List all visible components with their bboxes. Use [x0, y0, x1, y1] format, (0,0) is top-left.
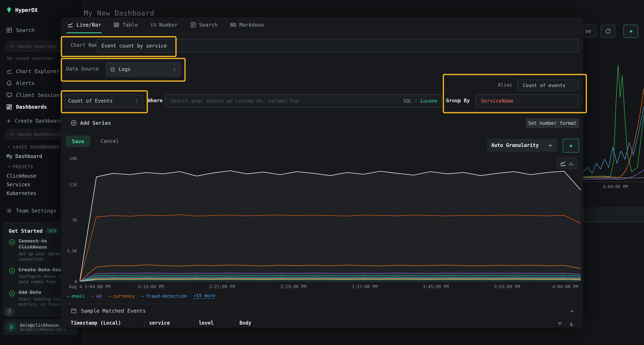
- alias-label: Alias: [498, 82, 512, 88]
- aggregation-value: Count of Events: [68, 98, 131, 104]
- magnifier-icon: [10, 132, 14, 137]
- sidebar-item-label: Chart Explorer: [16, 68, 60, 74]
- legend-item[interactable]: —currency: [108, 293, 135, 299]
- legend-item[interactable]: —email: [66, 293, 85, 299]
- check-circle-icon: [8, 239, 15, 245]
- save-button[interactable]: Save: [66, 135, 90, 147]
- save-dashboard-label-fragment: ve: [585, 28, 591, 34]
- line-chart-toggle-icon[interactable]: [560, 160, 566, 167]
- line-chart: [80, 158, 581, 282]
- tab-number[interactable]: 123 Number: [149, 17, 178, 33]
- background-time-label: 4:04:00 PM: [603, 184, 628, 189]
- sidebar-item-services[interactable]: Services: [6, 182, 30, 188]
- column-header-service[interactable]: service: [149, 320, 190, 326]
- no-saved-searches-text: No saved searches: [7, 56, 53, 61]
- where-label: Where: [148, 98, 163, 103]
- tab-table[interactable]: Table: [113, 17, 139, 33]
- background-input-bar[interactable]: [583, 208, 644, 223]
- hyperdx-logo-icon: [6, 6, 12, 13]
- lucene-toggle[interactable]: Lucene: [420, 98, 438, 104]
- aggregation-select[interactable]: Count of Events: [64, 94, 143, 107]
- run-query-button-background[interactable]: [624, 25, 638, 38]
- help-button[interactable]: ?: [5, 308, 14, 317]
- set-number-format-label: Set number format: [528, 120, 576, 126]
- collapse-section-button[interactable]: [569, 309, 574, 314]
- x-axis-label: 3:45:00 PM: [423, 284, 449, 289]
- alias-field[interactable]: [522, 82, 574, 88]
- set-number-format-button[interactable]: Set number format: [526, 118, 579, 128]
- check-circle-icon: [8, 290, 15, 297]
- cancel-button[interactable]: Cancel: [100, 138, 119, 144]
- sidebar-item-my-dashboard[interactable]: My Dashboard: [6, 154, 42, 159]
- data-source-select[interactable]: Logs: [106, 62, 181, 76]
- tab-search[interactable]: Search: [189, 17, 218, 33]
- add-series-label: Add Series: [80, 120, 111, 126]
- sidebar-item-kubernetes[interactable]: Kubernetes: [6, 190, 36, 196]
- alias-input[interactable]: [518, 79, 579, 91]
- tab-label: Number: [159, 22, 178, 28]
- chart-explorer-icon: [6, 68, 12, 74]
- section-label: SAVED DASHBOARDS: [13, 144, 60, 149]
- bar-chart-toggle-icon[interactable]: [568, 160, 574, 167]
- chart-name-field[interactable]: [100, 42, 574, 49]
- run-chart-button[interactable]: [562, 139, 579, 153]
- sidebar-item-label: Alerts: [16, 80, 35, 86]
- download-icon[interactable]: [568, 321, 574, 327]
- sidebar-item-clickhouse[interactable]: ClickHouse: [6, 173, 36, 179]
- chart-legend: —email—ad—currency—fraud-detection +15 m…: [66, 293, 216, 299]
- presets-section-header[interactable]: PRESETS: [6, 164, 33, 169]
- tab-markdown[interactable]: Markdown: [229, 17, 265, 33]
- filter-lines-icon[interactable]: [557, 321, 562, 327]
- column-header-timestamp[interactable]: Timestamp (Local): [71, 320, 140, 326]
- chart-name-label: Chart Name: [71, 42, 100, 48]
- brand[interactable]: HyperDX: [6, 6, 38, 13]
- tab-label: Table: [122, 22, 138, 28]
- bell-icon: [6, 80, 12, 86]
- legend-more-link[interactable]: +15 more: [194, 293, 216, 299]
- select-updown-icon: [134, 99, 139, 103]
- sql-toggle[interactable]: SQL: [403, 98, 412, 104]
- play-icon: [628, 28, 634, 34]
- chart-name-input[interactable]: [96, 39, 579, 52]
- play-icon: [568, 143, 574, 148]
- chart-type-toggle: [557, 158, 578, 169]
- legend-label: fraud-detection: [146, 293, 187, 299]
- data-source-value: Logs: [119, 66, 169, 72]
- add-series-button[interactable]: Add Series: [71, 120, 111, 126]
- sidebar-item-label: Client Sessions: [16, 92, 62, 98]
- query-language-toggle: SQL | Lucene: [403, 98, 438, 104]
- column-header-body[interactable]: Body: [240, 320, 251, 326]
- user-team: dale@clickhouse.com's: [20, 328, 69, 332]
- sidebar-item-label: Dashboards: [16, 104, 47, 110]
- data-source-label: Data Source: [66, 66, 99, 72]
- monitor-icon: [6, 92, 12, 98]
- y-axis-label: 11K: [70, 182, 77, 187]
- x-axis-label: 3:29:00 PM: [280, 284, 306, 289]
- granularity-select[interactable]: Auto Granularity: [487, 139, 557, 152]
- where-input[interactable]: SQL | Lucene: [165, 94, 442, 107]
- avatar: D: [6, 322, 16, 332]
- saved-dashboards-section-header[interactable]: SAVED DASHBOARDS: [6, 144, 60, 149]
- add-circle-icon: [71, 120, 77, 126]
- section-divider: [61, 304, 583, 304]
- legend-item[interactable]: —ad: [92, 293, 102, 299]
- create-dashboard-label: Create Dashboard: [15, 118, 62, 124]
- group-by-input[interactable]: [476, 94, 579, 107]
- where-search-field[interactable]: [170, 98, 399, 104]
- get-started-title: Get Started: [8, 228, 42, 234]
- chart-area: 03.5K7K11K14K: [63, 158, 581, 282]
- sample-events-title: Sample Matched Events: [81, 308, 146, 314]
- events-table-header: Timestamp (Local) service level Body: [71, 320, 579, 326]
- tab-label: Search: [199, 22, 218, 28]
- hyperdx-app: My New Dashboard ve 4:04:00 PM HyperDX S…: [0, 0, 644, 345]
- tab-line-bar[interactable]: Line/Bar: [66, 17, 102, 33]
- group-by-field[interactable]: [480, 98, 574, 104]
- refresh-button[interactable]: [600, 25, 616, 38]
- plot-area[interactable]: [80, 158, 581, 282]
- legend-item[interactable]: —fraud-detection: [141, 293, 187, 299]
- column-header-level[interactable]: level: [199, 320, 231, 326]
- screenshot-root: My New Dashboard ve 4:04:00 PM HyperDX S…: [0, 0, 644, 345]
- column-divider: [194, 320, 195, 326]
- sample-events-header[interactable]: Sample Matched Events: [71, 308, 146, 314]
- sidebar-item-label: Search: [16, 27, 35, 33]
